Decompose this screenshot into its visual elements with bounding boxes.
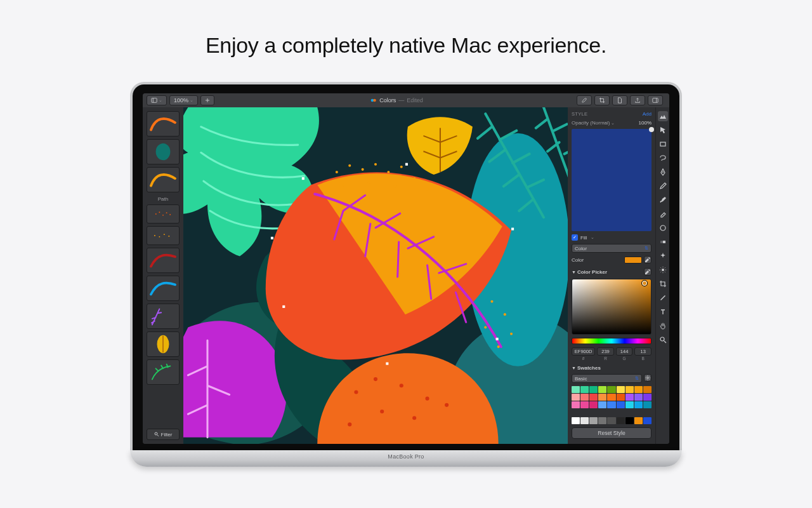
filter-button[interactable]: Filter bbox=[147, 429, 180, 440]
layer-thumb[interactable] bbox=[147, 248, 180, 273]
swatch[interactable] bbox=[589, 417, 598, 424]
style-tab[interactable] bbox=[658, 111, 668, 121]
opacity-label[interactable]: Opacity (Normal)⌄ bbox=[572, 120, 615, 126]
hex-input[interactable]: EF900D bbox=[572, 347, 595, 356]
svg-point-8 bbox=[159, 211, 160, 213]
layer-thumb[interactable] bbox=[147, 226, 180, 245]
swatch[interactable] bbox=[634, 386, 643, 393]
hue-slider[interactable] bbox=[572, 338, 652, 344]
fill-type-select[interactable]: Color⇅ bbox=[572, 244, 652, 253]
pencil-tool[interactable] bbox=[658, 181, 668, 191]
color-adjust-tool[interactable] bbox=[658, 265, 668, 275]
hand-icon bbox=[659, 322, 667, 330]
crop-button[interactable] bbox=[594, 95, 610, 105]
rectangle-tool[interactable] bbox=[658, 139, 668, 149]
swatch[interactable] bbox=[580, 394, 589, 401]
swatch[interactable] bbox=[643, 386, 652, 393]
swatch[interactable] bbox=[634, 401, 643, 408]
knife-icon bbox=[659, 294, 667, 302]
color-field[interactable] bbox=[572, 279, 652, 335]
swatch[interactable] bbox=[572, 417, 580, 424]
swatch[interactable] bbox=[572, 401, 580, 408]
zoom-tool[interactable] bbox=[658, 335, 668, 345]
swatch[interactable] bbox=[625, 394, 634, 401]
swatch[interactable] bbox=[617, 386, 625, 393]
fill-color-well[interactable] bbox=[624, 257, 642, 264]
swatch[interactable] bbox=[589, 386, 598, 393]
swatch[interactable] bbox=[580, 401, 589, 408]
layer-thumb[interactable] bbox=[147, 359, 180, 385]
swatch[interactable] bbox=[598, 386, 606, 393]
reset-style-button[interactable]: Reset Style bbox=[572, 427, 652, 439]
hand-tool[interactable] bbox=[658, 321, 668, 331]
eraser-tool[interactable] bbox=[658, 209, 668, 219]
layer-thumb[interactable] bbox=[147, 204, 180, 224]
swatch[interactable] bbox=[617, 417, 625, 424]
fill-toggle[interactable]: ✓ Fill⌄ bbox=[572, 234, 652, 241]
swatch[interactable] bbox=[580, 386, 589, 393]
swatch[interactable] bbox=[589, 401, 598, 408]
svg-point-22 bbox=[400, 384, 403, 387]
opacity-slider[interactable] bbox=[572, 129, 652, 231]
brush-tool[interactable] bbox=[658, 195, 668, 205]
arrow-tool[interactable] bbox=[658, 125, 668, 135]
layer-thumb[interactable] bbox=[147, 331, 180, 357]
swatch[interactable] bbox=[589, 394, 598, 401]
swatch[interactable] bbox=[607, 417, 615, 424]
swatch-settings-button[interactable] bbox=[644, 374, 652, 382]
freeform-tool[interactable] bbox=[658, 153, 668, 163]
layer-thumb[interactable] bbox=[147, 139, 180, 164]
r-input[interactable]: 239 bbox=[597, 347, 614, 356]
svg-point-28 bbox=[336, 171, 338, 173]
swatch[interactable] bbox=[617, 394, 625, 401]
gradient-tool[interactable] bbox=[658, 237, 668, 247]
svg-point-30 bbox=[362, 168, 364, 171]
draw-tool-button[interactable] bbox=[577, 95, 592, 105]
picker-eyedropper-button[interactable] bbox=[644, 268, 652, 276]
svg-rect-46 bbox=[511, 228, 514, 231]
add-style-button[interactable]: Add bbox=[643, 111, 652, 117]
eyedropper-button[interactable] bbox=[644, 256, 652, 264]
swatch[interactable] bbox=[634, 394, 643, 401]
inspector-toggle-button[interactable] bbox=[648, 95, 663, 105]
document-settings-button[interactable] bbox=[612, 95, 627, 105]
swatch[interactable] bbox=[625, 417, 634, 424]
swatch[interactable] bbox=[617, 401, 625, 408]
zoom-level[interactable]: 100%⌄ bbox=[169, 95, 198, 105]
crop-tool[interactable] bbox=[658, 279, 668, 289]
text-tool[interactable] bbox=[658, 307, 668, 317]
swatch[interactable] bbox=[607, 386, 615, 393]
swatch[interactable] bbox=[625, 401, 634, 408]
swatch[interactable] bbox=[607, 401, 615, 408]
layer-thumb[interactable] bbox=[147, 304, 180, 329]
shape-tool[interactable] bbox=[658, 223, 668, 233]
swatch[interactable] bbox=[634, 417, 643, 424]
layer-thumb[interactable] bbox=[147, 111, 180, 137]
swatch[interactable] bbox=[607, 394, 615, 401]
swatch[interactable] bbox=[572, 386, 580, 393]
swatch[interactable] bbox=[625, 386, 634, 393]
swatch[interactable] bbox=[572, 394, 580, 401]
swatch[interactable] bbox=[643, 417, 652, 424]
swatch[interactable] bbox=[598, 417, 606, 424]
circle-icon bbox=[659, 224, 667, 232]
b-input[interactable]: 13 bbox=[634, 347, 652, 356]
view-mode-button[interactable]: ⌄ bbox=[147, 95, 167, 105]
layer-thumb[interactable] bbox=[147, 167, 180, 192]
swatch[interactable] bbox=[598, 394, 606, 401]
layer-thumb[interactable] bbox=[147, 276, 180, 301]
add-button[interactable] bbox=[200, 95, 214, 105]
slice-tool[interactable] bbox=[658, 293, 668, 303]
swatch[interactable] bbox=[580, 417, 589, 424]
svg-rect-52 bbox=[660, 142, 665, 146]
g-input[interactable]: 144 bbox=[616, 347, 633, 356]
share-button[interactable] bbox=[630, 95, 645, 105]
swatch-set-select[interactable]: Basic⇅ bbox=[572, 374, 642, 383]
swatch[interactable] bbox=[643, 394, 652, 401]
pen-tool[interactable] bbox=[658, 167, 668, 177]
canvas[interactable] bbox=[183, 107, 568, 444]
magic-tool[interactable] bbox=[658, 251, 668, 261]
swatch[interactable] bbox=[598, 401, 606, 408]
swatch-grid bbox=[572, 386, 652, 408]
swatch[interactable] bbox=[643, 401, 652, 408]
